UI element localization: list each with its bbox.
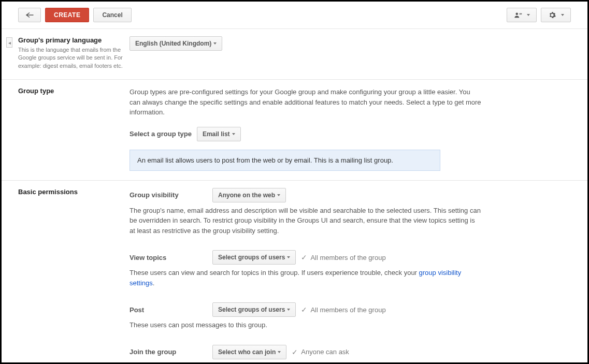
language-dropdown[interactable]: English (United Kingdom) <box>130 36 222 51</box>
viewtopics-desc: These users can view and search for topi… <box>130 268 482 288</box>
visibility-label: Group visibility <box>130 191 207 199</box>
join-check: ✓ Anyone can ask <box>292 348 349 356</box>
back-button[interactable] <box>18 8 41 22</box>
post-check: ✓ All members of the group <box>301 305 385 314</box>
viewtopics-check: ✓ All members of the group <box>301 253 385 261</box>
create-button[interactable]: CREATE <box>45 8 89 22</box>
chevron-down-icon <box>561 14 564 16</box>
post-desc: These users can post messages to this gr… <box>130 320 482 330</box>
language-value: English (United Kingdom) <box>135 40 211 47</box>
language-title: Group's primary language <box>18 36 123 44</box>
cancel-button[interactable]: Cancel <box>93 8 131 22</box>
chevron-down-icon <box>213 42 217 45</box>
checkmark-icon: ✓ <box>301 253 307 261</box>
members-button[interactable] <box>507 8 537 22</box>
join-dropdown[interactable]: Select who can join <box>212 345 286 359</box>
join-label: Join the group <box>130 348 207 356</box>
grouptype-title: Group type <box>18 87 123 95</box>
chevron-down-icon <box>278 351 281 353</box>
post-label: Post <box>130 306 207 314</box>
join-check-label: Anyone can ask <box>301 348 349 356</box>
visibility-value: Anyone on the web <box>218 192 275 199</box>
back-arrow-icon <box>25 11 34 19</box>
chevron-down-icon <box>277 194 280 196</box>
grouptype-intro: Group types are pre-configured settings … <box>130 87 482 118</box>
grouptype-infobox: An email list allows users to post from … <box>130 150 440 171</box>
visibility-dropdown[interactable]: Anyone on the web <box>212 188 286 202</box>
permissions-title: Basic permissions <box>18 188 123 196</box>
post-dropdown[interactable]: Select groups of users <box>212 302 296 317</box>
viewtopics-dropdown[interactable]: Select groups of users <box>212 250 296 265</box>
join-value: Select who can join <box>218 348 276 356</box>
viewtopics-desc-post: . <box>153 279 155 287</box>
chevron-down-icon <box>287 256 290 258</box>
visibility-desc: The group's name, email address and desc… <box>130 206 482 236</box>
post-value: Select groups of users <box>218 306 285 313</box>
viewtopics-label: View topics <box>130 254 207 261</box>
grouptype-value: Email list <box>203 130 230 138</box>
post-check-label: All members of the group <box>310 306 385 314</box>
checkmark-icon: ✓ <box>301 305 307 314</box>
viewtopics-value: Select groups of users <box>218 254 285 261</box>
chevron-down-icon <box>527 14 530 16</box>
grouptype-select-label: Select a group type <box>130 130 192 138</box>
chevron-down-icon <box>232 133 235 135</box>
settings-button[interactable] <box>541 8 571 22</box>
chevron-down-icon <box>287 309 290 311</box>
sidebar-collapse-handle[interactable]: ◂ <box>6 37 12 48</box>
person-add-icon <box>513 11 523 19</box>
gear-icon <box>548 11 557 19</box>
checkmark-icon: ✓ <box>292 348 298 356</box>
viewtopics-check-label: All members of the group <box>310 254 385 261</box>
viewtopics-desc-pre: These users can view and search for topi… <box>130 269 419 276</box>
grouptype-dropdown[interactable]: Email list <box>197 127 241 141</box>
svg-point-0 <box>516 13 519 16</box>
language-desc: This is the language that emails from th… <box>18 46 123 70</box>
